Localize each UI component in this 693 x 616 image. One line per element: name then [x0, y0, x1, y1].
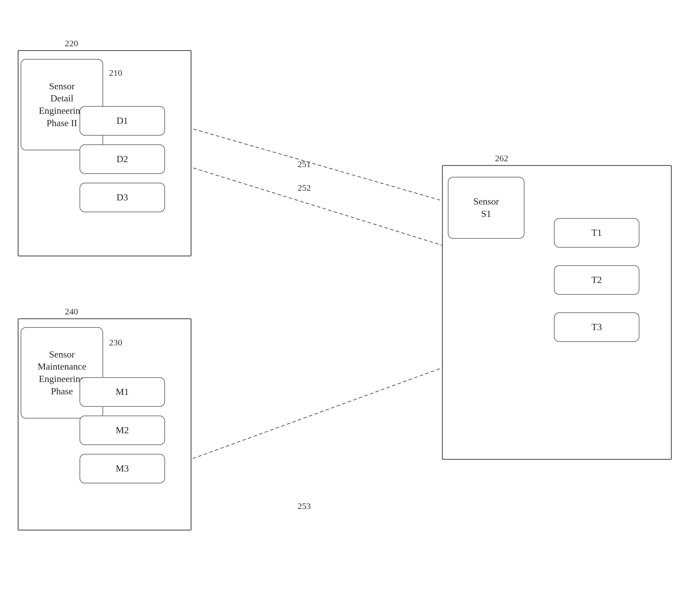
- box-d3-text: D3: [116, 191, 128, 204]
- box-m3: M3: [80, 454, 165, 483]
- ref-label-240: 240: [65, 307, 78, 316]
- box-d2-text: D2: [116, 153, 128, 165]
- box-t2: T2: [554, 265, 639, 295]
- ref-label-253: 253: [298, 501, 311, 511]
- box-m2-text: M2: [116, 424, 129, 437]
- box-d1: D1: [80, 106, 165, 136]
- box-t2-text: T2: [591, 274, 602, 286]
- box-m2: M2: [80, 416, 165, 445]
- ref-label-210: 210: [109, 68, 122, 78]
- ref-label-262: 262: [495, 153, 508, 163]
- box210-text: SensorDetailEngineeringPhase II: [39, 80, 85, 129]
- box-s1: SensorS1: [448, 177, 524, 239]
- box-t1: T1: [554, 218, 639, 248]
- box-s1-text: SensorS1: [473, 195, 499, 220]
- box230-text: SensorMaintenanceEngineeringPhase: [37, 348, 86, 397]
- ref-label-220: 220: [65, 38, 78, 48]
- inner-box-210: SensorDetailEngineeringPhase II: [21, 59, 103, 150]
- box-m1: M1: [80, 377, 165, 407]
- ref-label-252: 252: [298, 183, 311, 193]
- box-m3-text: M3: [116, 462, 129, 475]
- box-t3-text: T3: [591, 321, 602, 333]
- ref-label-230: 230: [109, 338, 122, 347]
- box-d1-text: D1: [116, 115, 128, 127]
- box-d3: D3: [80, 183, 165, 212]
- box-d2: D2: [80, 145, 165, 174]
- diagram-container: 220 SensorDetailEngineeringPhase II 210 …: [0, 0, 693, 616]
- box-t3: T3: [554, 312, 639, 342]
- box-t1-text: T1: [591, 227, 602, 239]
- ref-label-251: 251: [298, 159, 311, 169]
- box-m1-text: M1: [116, 386, 129, 398]
